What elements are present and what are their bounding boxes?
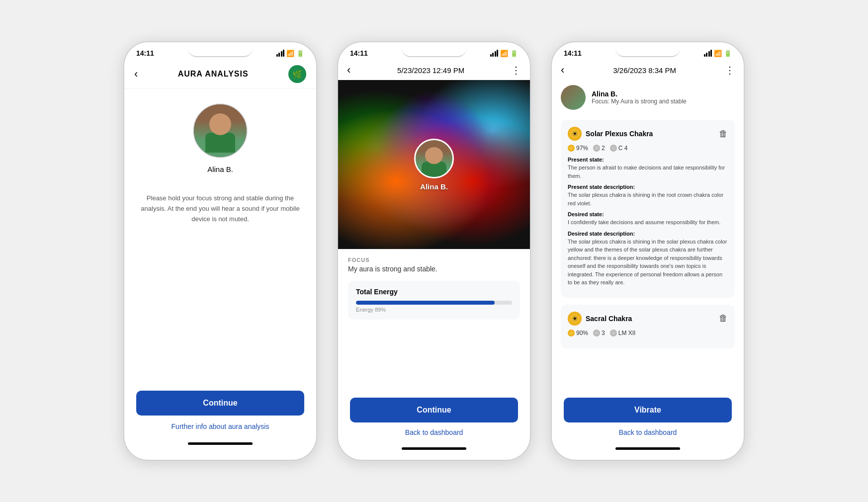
chakra-name-row-1: ☀ Solar Plexus Chakra bbox=[568, 127, 653, 141]
stat-badge-1-2: 2 bbox=[593, 145, 605, 152]
stat-dot-2-3 bbox=[610, 330, 617, 336]
stat-val-1-2: 2 bbox=[602, 145, 605, 152]
cs-label-1-1: Present state: bbox=[568, 157, 728, 163]
energy-card: Total Energy Energy 89% bbox=[348, 281, 520, 320]
avatar-head-1 bbox=[209, 113, 231, 135]
p2-body: FOCUS My aura is strong and stable. Tota… bbox=[338, 249, 530, 391]
status-bar-2: 14:11 📶 🔋 bbox=[338, 42, 530, 60]
battery-icon-2: 🔋 bbox=[510, 50, 518, 57]
battery-icon-3: 🔋 bbox=[724, 50, 732, 57]
description-text-1: Please hold your focus strong and stable… bbox=[139, 193, 301, 224]
energy-title: Total Energy bbox=[356, 288, 512, 296]
stat-dot-1-2 bbox=[593, 145, 600, 152]
chakra-stats-2: 90% 3 LM XII bbox=[568, 330, 728, 336]
phone-1: 14:11 📶 🔋 ‹ AURA ANALYSIS 🌿 bbox=[123, 41, 317, 461]
back-button-3[interactable]: ‹ bbox=[561, 65, 564, 76]
wifi-icon-2: 📶 bbox=[500, 50, 508, 57]
stat-val-2-3: LM XII bbox=[618, 330, 636, 336]
chakra-title-2: Sacral Chakra bbox=[586, 315, 632, 323]
p3-user-name: Alina B. bbox=[592, 90, 687, 98]
signal-icon-1 bbox=[276, 50, 285, 57]
phone-2: 14:11 📶 🔋 ‹ 5/23/2023 12:49 PM ⋮ bbox=[337, 41, 531, 461]
p3-footer: Vibrate Back to dashboard bbox=[552, 391, 744, 460]
progress-bar-fill bbox=[356, 301, 495, 305]
back-dashboard-link-2[interactable]: Back to dashboard bbox=[405, 428, 463, 436]
time-2: 14:11 bbox=[350, 49, 368, 57]
more-button-3[interactable]: ⋮ bbox=[725, 64, 735, 76]
status-bar-3: 14:11 📶 🔋 bbox=[552, 42, 744, 60]
time-3: 14:11 bbox=[564, 49, 582, 57]
p3-user-focus: Focus: My Aura is strong and stable bbox=[592, 98, 687, 105]
chakra-header-2: ☀ Sacral Chakra 🗑 bbox=[568, 312, 728, 326]
chakra-card-1: ☀ Solar Plexus Chakra 🗑 97% 2 bbox=[561, 120, 735, 298]
aura-avatar-person bbox=[416, 140, 452, 177]
status-icons-1: 📶 🔋 bbox=[276, 50, 305, 57]
home-indicator-1 bbox=[188, 442, 253, 445]
aura-avatar bbox=[414, 139, 454, 178]
stat-dot-1-3 bbox=[610, 145, 617, 152]
p1-title: AURA ANALYSIS bbox=[178, 70, 249, 79]
avatar-person-1 bbox=[194, 104, 247, 157]
continue-button-1[interactable]: Continue bbox=[136, 391, 304, 416]
signal-icon-2 bbox=[490, 50, 499, 57]
p2-header: ‹ 5/23/2023 12:49 PM ⋮ bbox=[338, 60, 530, 80]
stat-val-2-1: 90% bbox=[576, 330, 588, 336]
battery-icon-1: 🔋 bbox=[296, 50, 304, 57]
home-indicator-3 bbox=[615, 447, 680, 450]
stat-dot-2-2 bbox=[593, 330, 600, 336]
user-info-text: Alina B. Focus: My Aura is strong and st… bbox=[592, 90, 687, 105]
cs-text-1-2: The solar plexus chakra is shining in th… bbox=[568, 191, 728, 207]
chakra-card-2: ☀ Sacral Chakra 🗑 90% 3 bbox=[561, 305, 735, 348]
focus-text: My aura is strong and stable. bbox=[348, 265, 520, 273]
stat-badge-1-1: 97% bbox=[568, 145, 588, 152]
focus-label: FOCUS bbox=[348, 257, 520, 263]
cs-text-1-4: The solar plexus chakra is shining in th… bbox=[568, 238, 728, 287]
aura-name: Alina B. bbox=[420, 182, 448, 191]
phone-2-content: ‹ 5/23/2023 12:49 PM ⋮ Alina B. FOCUS My… bbox=[338, 60, 530, 460]
cs-text-1-3: I confidently take decisions and assume … bbox=[568, 218, 728, 227]
solar-plexus-icon: ☀ bbox=[568, 127, 582, 141]
p1-footer: Continue Further info about aura analysi… bbox=[124, 381, 316, 460]
leaf-icon: 🌿 bbox=[292, 70, 302, 79]
progress-bar-bg bbox=[356, 301, 512, 305]
energy-percent: Energy 89% bbox=[356, 307, 512, 313]
p3-header: ‹ 3/26/2023 8:34 PM ⋮ bbox=[552, 60, 744, 80]
time-1: 14:11 bbox=[136, 49, 154, 57]
p2-footer: Continue Back to dashboard bbox=[338, 391, 530, 460]
wifi-icon-3: 📶 bbox=[714, 50, 722, 57]
back-button-1[interactable]: ‹ bbox=[134, 69, 138, 80]
home-indicator-2 bbox=[402, 447, 466, 450]
more-button-2[interactable]: ⋮ bbox=[511, 64, 521, 76]
status-bar-1: 14:11 📶 🔋 bbox=[124, 42, 316, 60]
stat-badge-1-3: C 4 bbox=[610, 145, 628, 152]
small-avatar-3 bbox=[561, 85, 586, 110]
user-info-row: Alina B. Focus: My Aura is strong and st… bbox=[561, 85, 735, 110]
stat-dot-2-1 bbox=[568, 330, 575, 336]
avatar-1 bbox=[193, 103, 248, 158]
vibrate-button[interactable]: Vibrate bbox=[564, 398, 732, 422]
avatar-body-1 bbox=[205, 133, 235, 153]
chakra-name-row-2: ☀ Sacral Chakra bbox=[568, 312, 632, 326]
p1-header: ‹ AURA ANALYSIS 🌿 bbox=[124, 60, 316, 88]
stat-badge-2-3: LM XII bbox=[610, 330, 636, 336]
p1-body: Alina B. Please hold your focus strong a… bbox=[124, 88, 316, 381]
p3-date: 3/26/2023 8:34 PM bbox=[613, 66, 676, 75]
phones-container: 14:11 📶 🔋 ‹ AURA ANALYSIS 🌿 bbox=[123, 41, 745, 461]
continue-button-2[interactable]: Continue bbox=[350, 398, 518, 422]
p2-date: 5/23/2023 12:49 PM bbox=[397, 66, 464, 75]
stat-badge-2-1: 90% bbox=[568, 330, 588, 336]
user-name-1: Alina B. bbox=[207, 165, 233, 173]
delete-chakra-2[interactable]: 🗑 bbox=[719, 313, 728, 324]
cs-text-1-1: The person is afraid to make decisions a… bbox=[568, 164, 728, 180]
back-dashboard-link-3[interactable]: Back to dashboard bbox=[619, 428, 677, 436]
signal-icon-3 bbox=[704, 50, 712, 57]
phone-3: 14:11 📶 🔋 ‹ 3/26/2023 8:34 PM ⋮ bbox=[551, 41, 745, 461]
status-icons-2: 📶 🔋 bbox=[490, 50, 519, 57]
stat-badge-2-2: 3 bbox=[593, 330, 605, 336]
further-info-link[interactable]: Further info about aura analysis bbox=[172, 422, 269, 430]
delete-chakra-1[interactable]: 🗑 bbox=[719, 129, 728, 139]
back-button-2[interactable]: ‹ bbox=[347, 65, 350, 76]
cs-label-1-3: Desired state: bbox=[568, 211, 728, 217]
wifi-icon-1: 📶 bbox=[286, 50, 294, 57]
stat-val-1-1: 97% bbox=[576, 145, 588, 152]
